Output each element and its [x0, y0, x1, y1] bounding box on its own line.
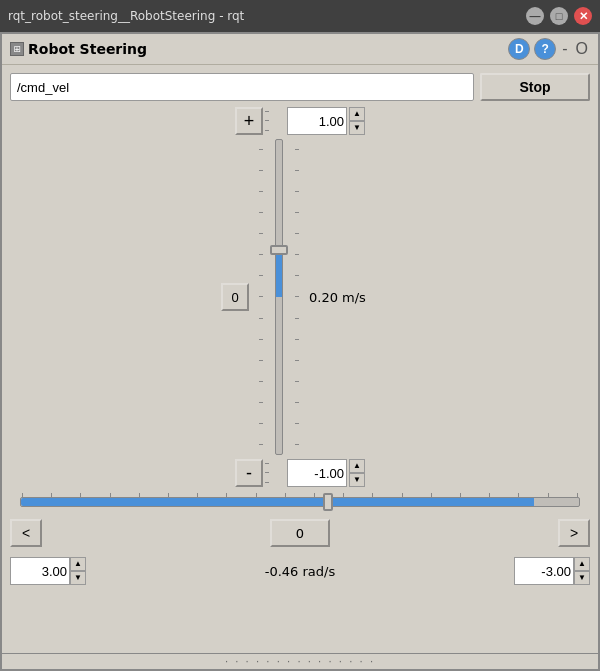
zero-btn-container: 0 — [221, 139, 249, 455]
v-slider-middle: 0 — [221, 139, 379, 455]
panel-undock-button[interactable]: O — [574, 41, 590, 57]
speed-label-container: 0.20 m/s — [309, 139, 379, 455]
maximize-button[interactable]: □ — [550, 7, 568, 25]
top-ticks — [265, 107, 285, 135]
h-slider-track[interactable] — [20, 497, 580, 507]
angular-velocity-label: -0.46 rad/s — [86, 564, 514, 579]
topic-input[interactable] — [10, 73, 474, 101]
max-value-spinners: ▲ ▼ — [349, 107, 365, 135]
left-spinner-up[interactable]: ▲ — [70, 557, 86, 571]
zero-button[interactable]: 0 — [221, 283, 249, 311]
max-value-down-arrow[interactable]: ▼ — [349, 121, 365, 135]
h-center-value: 0 — [270, 519, 330, 547]
panel-minimize-button[interactable]: - — [560, 41, 569, 57]
d-button[interactable]: D — [508, 38, 530, 60]
v-left-ticks — [255, 139, 263, 455]
min-value-up-arrow[interactable]: ▲ — [349, 459, 365, 473]
title-bar: rqt_robot_steering__RobotSteering - rqt … — [0, 0, 600, 32]
h-slider-fill — [21, 498, 534, 506]
content-area: Stop + ▲ ▼ — [2, 65, 598, 653]
right-arrow-button[interactable]: > — [558, 519, 590, 547]
left-arrow-button[interactable]: < — [10, 519, 42, 547]
right-spinner-arrows: ▲ ▼ — [574, 557, 590, 585]
left-spinner-down[interactable]: ▼ — [70, 571, 86, 585]
v-slider-thumb[interactable] — [270, 245, 288, 255]
minus-button[interactable]: - — [235, 459, 263, 487]
min-value-spinners: ▲ ▼ — [349, 459, 365, 487]
left-spinner-group: ▲ ▼ — [10, 557, 86, 585]
topic-row: Stop — [10, 73, 590, 101]
help-button[interactable]: ? — [534, 38, 556, 60]
plus-button[interactable]: + — [235, 107, 263, 135]
right-spinner-down[interactable]: ▼ — [574, 571, 590, 585]
vertical-slider-section: + ▲ ▼ 0 — [10, 107, 590, 487]
left-spinner-input[interactable] — [10, 557, 70, 585]
right-spinner-group: ▲ ▼ — [514, 557, 590, 585]
right-spinner-input[interactable] — [514, 557, 574, 585]
h-slider-thumb[interactable] — [323, 493, 333, 511]
v-slider-fill — [276, 250, 282, 297]
panel-title: Robot Steering — [28, 41, 147, 57]
title-bar-controls: — □ ✕ — [526, 7, 592, 25]
v-right-ticks — [295, 139, 303, 455]
v-bottom-controls: - ▲ ▼ — [235, 459, 365, 487]
min-value-down-arrow[interactable]: ▼ — [349, 473, 365, 487]
max-value-up-arrow[interactable]: ▲ — [349, 107, 365, 121]
right-spinner-up[interactable]: ▲ — [574, 557, 590, 571]
bottom-controls: < 0 > — [10, 517, 590, 549]
status-dots: · · · · · · · · · · · · · · · — [225, 656, 375, 667]
top-bar: ⊞ Robot Steering D ? - O — [2, 34, 598, 65]
v-top-controls: + ▲ ▼ — [235, 107, 365, 135]
bottom-spinners: ▲ ▼ -0.46 rad/s ▲ ▼ — [10, 555, 590, 587]
v-slider-track-wrapper[interactable] — [269, 139, 289, 455]
v-slider-column: + ▲ ▼ 0 — [221, 107, 379, 487]
left-spinner-arrows: ▲ ▼ — [70, 557, 86, 585]
window-title: rqt_robot_steering__RobotSteering - rqt — [8, 9, 244, 23]
plugin-icon: ⊞ — [10, 42, 24, 56]
min-value-input[interactable] — [287, 459, 347, 487]
top-bar-right: D ? - O — [508, 38, 590, 60]
top-bar-left: ⊞ Robot Steering — [10, 41, 147, 57]
minimize-button[interactable]: — — [526, 7, 544, 25]
bottom-ticks — [265, 459, 285, 487]
stop-button[interactable]: Stop — [480, 73, 590, 101]
max-value-input[interactable] — [287, 107, 347, 135]
v-slider-track — [275, 139, 283, 455]
h-slider-section — [10, 493, 590, 511]
speed-label: 0.20 m/s — [309, 290, 379, 305]
status-bar: · · · · · · · · · · · · · · · — [2, 653, 598, 669]
close-button[interactable]: ✕ — [574, 7, 592, 25]
main-window: ⊞ Robot Steering D ? - O Stop + — [0, 32, 600, 671]
